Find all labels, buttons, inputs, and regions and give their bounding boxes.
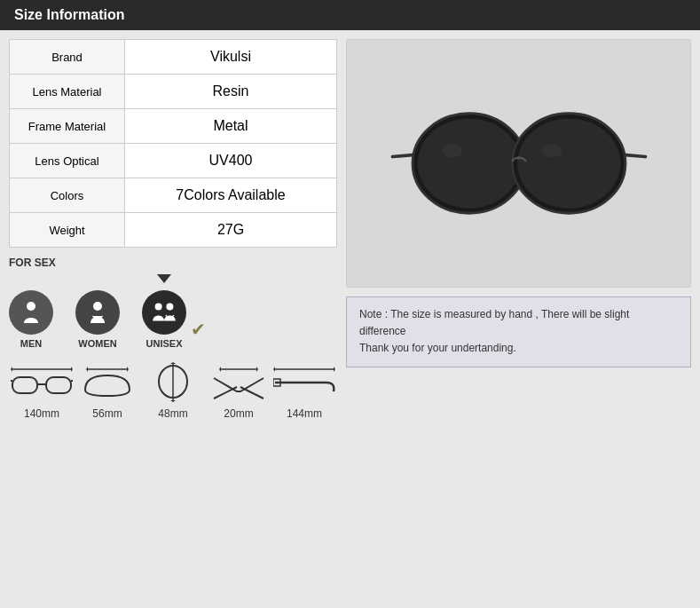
unisex-icon [142, 290, 186, 335]
selected-checkmark: ✔ [191, 319, 206, 340]
left-section: Brand Vikulsi Lens Material Resin Frame … [9, 39, 337, 420]
svg-marker-6 [71, 367, 73, 372]
size-diagram-56 [81, 362, 134, 402]
size-item-20: 20mm [206, 362, 271, 420]
selected-indicator [157, 274, 171, 283]
diagram-svg-144 [273, 365, 335, 400]
size-diagram-144 [273, 362, 335, 402]
men-icon [9, 290, 53, 335]
women-person-svg [83, 298, 112, 327]
info-table: Brand Vikulsi Lens Material Resin Frame … [9, 39, 337, 248]
right-section: Note : The size is measured by hand , Th… [346, 39, 691, 420]
table-row: Lens Optical UV400 [10, 144, 337, 178]
table-cell-value: Resin [125, 75, 337, 109]
product-image-box [346, 39, 691, 288]
table-cell-label: Weight [10, 213, 125, 248]
table-cell-value: Vikulsi [125, 40, 337, 75]
men-person-svg [17, 298, 45, 327]
size-diagram-20 [212, 362, 265, 402]
svg-point-28 [417, 118, 520, 208]
table-cell-label: Colors [10, 178, 125, 213]
table-row: Frame Material Metal [10, 109, 337, 144]
size-diagram-140 [11, 362, 73, 402]
size-item-144: 144mm [271, 362, 337, 420]
gender-item-unisex[interactable]: UNISEX [142, 290, 186, 349]
table-row: Colors 7Colors Available [10, 178, 337, 213]
size-label-48: 48mm [158, 407, 187, 420]
diagram-svg-56 [81, 365, 134, 400]
svg-point-2 [155, 304, 162, 311]
gender-item-women[interactable]: WOMEN [75, 290, 120, 349]
svg-point-33 [442, 144, 462, 157]
women-label: WOMEN [78, 338, 116, 349]
sunglasses-image [386, 97, 652, 230]
svg-rect-8 [46, 377, 71, 393]
for-sex-section: FOR SEX MEN [9, 257, 337, 349]
svg-rect-7 [12, 377, 37, 393]
table-cell-value: 27G [125, 213, 337, 248]
note-line2: Thank you for your undertanding. [359, 340, 678, 357]
note-line1: Note : The size is measured by hand , Th… [359, 306, 678, 340]
table-cell-value: Metal [125, 109, 337, 144]
unisex-label: UNISEX [146, 338, 183, 349]
unisex-wrapper: UNISEX [142, 274, 186, 349]
main-content: Brand Vikulsi Lens Material Resin Frame … [0, 30, 700, 429]
svg-point-30 [517, 118, 620, 208]
table-cell-value: 7Colors Available [125, 178, 337, 213]
size-label-144: 144mm [287, 407, 322, 420]
page-title: Size Information [14, 7, 124, 22]
svg-marker-23 [273, 367, 275, 372]
table-row: Weight 27G [10, 213, 337, 248]
svg-marker-24 [334, 367, 335, 372]
svg-marker-5 [11, 367, 12, 372]
svg-line-32 [625, 155, 646, 157]
table-cell-label: Lens Optical [10, 144, 125, 178]
diagram-svg-48 [151, 362, 195, 402]
gender-row: MEN WOMEN [9, 274, 337, 349]
table-row: Brand Vikulsi [10, 40, 337, 75]
svg-line-31 [392, 155, 413, 157]
table-row: Lens Material Resin [10, 75, 337, 109]
table-cell-value: UV400 [125, 144, 337, 178]
size-item-140: 140mm [9, 362, 75, 420]
svg-marker-17 [170, 400, 176, 402]
svg-point-34 [542, 144, 562, 157]
svg-point-1 [93, 302, 102, 311]
svg-marker-21 [256, 367, 258, 372]
size-diagram-48 [151, 362, 195, 402]
table-cell-label: Brand [10, 40, 125, 75]
gender-item-men[interactable]: MEN [9, 290, 53, 349]
size-label-56: 56mm [92, 407, 122, 420]
size-item-48: 48mm [140, 362, 206, 420]
svg-marker-14 [127, 367, 129, 372]
svg-point-3 [166, 304, 173, 311]
size-label-20: 20mm [224, 407, 253, 420]
note-box: Note : The size is measured by hand , Th… [346, 296, 691, 367]
svg-point-0 [27, 302, 35, 311]
page-header: Size Information [0, 0, 700, 30]
for-sex-label: FOR SEX [9, 257, 337, 269]
size-item-56: 56mm [75, 362, 140, 420]
unisex-person-svg [150, 298, 178, 327]
table-cell-label: Lens Material [10, 75, 125, 109]
women-icon [75, 290, 120, 335]
men-label: MEN [20, 338, 42, 349]
size-section: 140mm 56mm [9, 362, 337, 420]
size-label-140: 140mm [24, 407, 59, 420]
svg-marker-16 [170, 362, 176, 364]
diagram-svg-20 [212, 365, 265, 400]
svg-marker-13 [86, 367, 88, 372]
table-cell-label: Frame Material [10, 109, 125, 144]
svg-marker-20 [219, 367, 221, 372]
diagram-svg-140 [11, 365, 73, 400]
